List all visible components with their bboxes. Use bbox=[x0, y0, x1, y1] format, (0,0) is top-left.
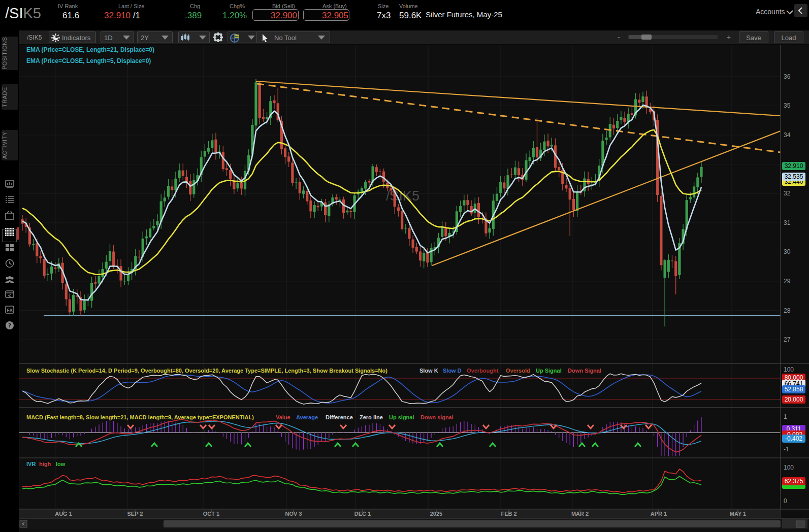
svg-text:52.858: 52.858 bbox=[785, 386, 803, 393]
svg-text:28: 28 bbox=[784, 307, 791, 314]
svg-text:IVR: IVR bbox=[26, 461, 36, 467]
svg-text:Up signal: Up signal bbox=[389, 414, 414, 420]
svg-text:low: low bbox=[56, 461, 66, 467]
svg-text:Average: Average bbox=[296, 414, 318, 420]
svg-text:AUG 1: AUG 1 bbox=[55, 511, 72, 517]
svg-text:Difference: Difference bbox=[326, 414, 353, 420]
svg-text:EMA (Price=CLOSE, Length=21, D: EMA (Price=CLOSE, Length=21, Displace=0) bbox=[26, 46, 154, 53]
svg-text:1: 1 bbox=[784, 413, 787, 420]
svg-text:SEP 2: SEP 2 bbox=[127, 511, 143, 517]
svg-text:Zero line: Zero line bbox=[360, 414, 383, 420]
svg-text:-1: -1 bbox=[784, 446, 789, 453]
svg-text:NOV 3: NOV 3 bbox=[285, 511, 302, 517]
svg-text:29: 29 bbox=[784, 278, 791, 285]
svg-text:Value: Value bbox=[276, 414, 290, 420]
svg-text:OCT 1: OCT 1 bbox=[203, 511, 219, 517]
svg-text:32.910: 32.910 bbox=[785, 162, 803, 170]
svg-text:MAR 2: MAR 2 bbox=[571, 511, 589, 517]
svg-text:100: 100 bbox=[784, 464, 794, 471]
svg-text:high: high bbox=[39, 461, 51, 467]
svg-text:30: 30 bbox=[784, 248, 791, 255]
svg-text:32: 32 bbox=[784, 190, 791, 197]
svg-text:2025: 2025 bbox=[430, 511, 442, 517]
svg-text:Up Signal: Up Signal bbox=[536, 368, 562, 374]
svg-text:27: 27 bbox=[784, 336, 791, 343]
svg-text:100: 100 bbox=[784, 366, 794, 373]
svg-text:62.375: 62.375 bbox=[785, 478, 803, 485]
svg-text:MAY 1: MAY 1 bbox=[730, 511, 746, 517]
svg-text:Slow D: Slow D bbox=[443, 368, 462, 374]
svg-text:APR 1: APR 1 bbox=[651, 511, 667, 517]
svg-text:EMA (Price=CLOSE, Length=5, Di: EMA (Price=CLOSE, Length=5, Displace=0) bbox=[26, 57, 151, 64]
svg-text:0: 0 bbox=[784, 497, 787, 505]
svg-text:Down signal: Down signal bbox=[420, 414, 454, 420]
svg-text:35: 35 bbox=[784, 102, 791, 109]
svg-text:31: 31 bbox=[784, 219, 791, 226]
svg-text:Slow K: Slow K bbox=[419, 368, 438, 374]
svg-text:-0.402: -0.402 bbox=[785, 435, 802, 442]
svg-text:Down Signal: Down Signal bbox=[568, 368, 601, 374]
svg-text:?: ? bbox=[8, 322, 11, 329]
svg-text:Overbought: Overbought bbox=[467, 368, 499, 374]
svg-text:34: 34 bbox=[784, 131, 791, 139]
svg-text:36: 36 bbox=[784, 73, 791, 80]
svg-text:Slow Stochastic (K Period=14,: Slow Stochastic (K Period=14, D Period=9… bbox=[26, 368, 387, 374]
svg-text:DEC 1: DEC 1 bbox=[354, 511, 371, 517]
svg-text:FEB 2: FEB 2 bbox=[501, 511, 516, 517]
svg-text:Oversold: Oversold bbox=[506, 368, 530, 374]
svg-text:FX: FX bbox=[7, 308, 13, 313]
svg-text:20.000: 20.000 bbox=[785, 396, 803, 403]
svg-text:32.535: 32.535 bbox=[785, 173, 803, 180]
svg-text:MACD (Fast length=8, Slow leng: MACD (Fast length=8, Slow length=21, MAC… bbox=[26, 414, 254, 420]
